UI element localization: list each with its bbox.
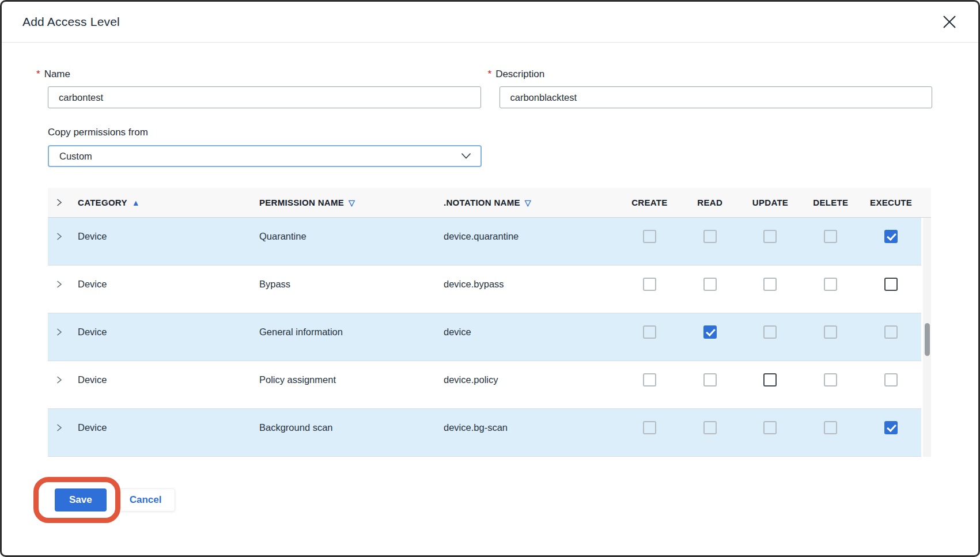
description-label: * Description [488, 69, 933, 80]
update-checkbox[interactable] [763, 373, 777, 387]
delete-checkbox[interactable] [824, 278, 837, 291]
table-row: Device Quarantine device.quarantine [48, 218, 921, 266]
dialog-footer: Save Cancel [55, 488, 978, 511]
delete-checkbox[interactable] [824, 373, 837, 387]
table-scrollbar-track [921, 218, 931, 457]
close-button[interactable] [940, 13, 959, 31]
required-asterisk: * [36, 69, 40, 80]
read-checkbox[interactable] [703, 421, 717, 434]
row-notation: device.bypass [444, 279, 504, 289]
name-input[interactable] [48, 86, 481, 108]
row-notation: device.policy [444, 374, 498, 385]
row-notation: device.quarantine [444, 231, 519, 241]
read-checkbox[interactable] [703, 325, 717, 339]
create-checkbox[interactable] [643, 421, 656, 434]
sort-category[interactable]: CATEGORY ▲ [78, 198, 259, 207]
sort-notation-name[interactable]: .NOTATION NAME ▽ [444, 198, 619, 207]
column-read: READ [697, 198, 722, 207]
table-row: Device Bypass device.bypass [48, 266, 921, 313]
execute-checkbox[interactable] [884, 421, 898, 434]
column-update: UPDATE [752, 198, 788, 207]
table-row: Device General information device [48, 313, 921, 361]
expand-row-icon[interactable] [55, 232, 63, 241]
selected-option: Custom [59, 151, 461, 162]
column-create: CREATE [631, 198, 667, 207]
update-checkbox[interactable] [763, 230, 777, 243]
dialog-title: Add Access Level [22, 15, 940, 29]
table-scrollbar-thumb[interactable] [925, 323, 930, 356]
table-header-row: CATEGORY ▲ PERMISSION NAME ▽ .NOTATION N… [48, 188, 931, 218]
row-category: Device [78, 231, 107, 241]
row-notation: device.bg-scan [444, 422, 508, 433]
create-checkbox[interactable] [643, 230, 656, 243]
chevron-down-icon [461, 153, 471, 160]
dialog-header: Add Access Level [2, 2, 978, 43]
add-access-level-dialog: Add Access Level * Name * Descri [0, 0, 980, 557]
table-body: Device Quarantine device.quarantine Devi… [48, 218, 921, 457]
sort-permission-name[interactable]: PERMISSION NAME ▽ [259, 198, 444, 207]
row-permission: General information [259, 327, 343, 337]
read-checkbox[interactable] [703, 230, 717, 243]
form-fields: * Name * Description [48, 69, 932, 108]
execute-checkbox[interactable] [884, 230, 898, 243]
execute-checkbox[interactable] [884, 325, 898, 339]
create-checkbox[interactable] [643, 278, 656, 291]
expand-row-icon[interactable] [55, 423, 63, 432]
row-permission: Bypass [259, 279, 290, 289]
row-category: Device [78, 279, 107, 289]
execute-checkbox[interactable] [884, 278, 898, 291]
required-asterisk: * [488, 69, 492, 80]
delete-checkbox[interactable] [824, 421, 837, 434]
create-checkbox[interactable] [643, 325, 656, 339]
row-category: Device [78, 374, 107, 385]
description-field-group: * Description [500, 69, 933, 108]
expand-all-icon[interactable] [55, 198, 63, 207]
read-checkbox[interactable] [703, 278, 717, 291]
copy-permissions-group: Copy permissions from Custom [48, 127, 932, 167]
read-checkbox[interactable] [703, 373, 717, 387]
name-field-group: * Name [48, 69, 481, 108]
sort-desc-icon: ▽ [525, 199, 531, 207]
expand-row-icon[interactable] [55, 376, 63, 384]
sort-desc-icon: ▽ [349, 199, 355, 207]
save-button[interactable]: Save [55, 488, 107, 511]
close-icon [941, 14, 958, 30]
sort-asc-icon: ▲ [132, 199, 140, 207]
update-checkbox[interactable] [763, 421, 777, 434]
expand-row-icon[interactable] [55, 328, 63, 336]
delete-checkbox[interactable] [824, 230, 837, 243]
row-permission: Background scan [259, 422, 333, 433]
row-category: Device [78, 422, 107, 433]
copy-permissions-label: Copy permissions from [48, 127, 932, 138]
table-row: Device Background scan device.bg-scan [48, 409, 921, 457]
row-permission: Policy assignment [259, 374, 336, 385]
row-permission: Quarantine [259, 231, 307, 241]
create-checkbox[interactable] [643, 373, 656, 387]
cancel-button[interactable]: Cancel [116, 488, 176, 511]
permissions-table: CATEGORY ▲ PERMISSION NAME ▽ .NOTATION N… [48, 188, 931, 457]
update-checkbox[interactable] [763, 325, 777, 339]
delete-checkbox[interactable] [824, 325, 837, 339]
expand-row-icon[interactable] [55, 280, 63, 289]
column-execute: EXECUTE [870, 198, 912, 207]
table-row: Device Policy assignment device.policy [48, 361, 921, 409]
row-notation: device [444, 327, 471, 337]
update-checkbox[interactable] [763, 278, 777, 291]
name-label: * Name [36, 69, 481, 80]
copy-permissions-select[interactable]: Custom [48, 145, 482, 167]
row-category: Device [78, 327, 107, 337]
column-delete: DELETE [813, 198, 848, 207]
description-input[interactable] [500, 86, 933, 108]
execute-checkbox[interactable] [884, 373, 898, 387]
